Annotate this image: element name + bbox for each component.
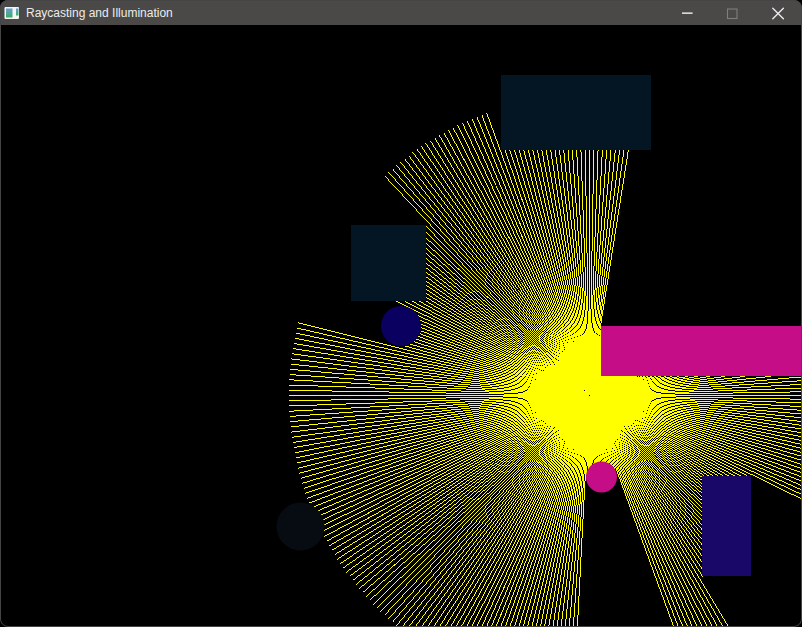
svg-text:Raycasting and Illumination: Raycasting and Illumination (26, 6, 173, 20)
